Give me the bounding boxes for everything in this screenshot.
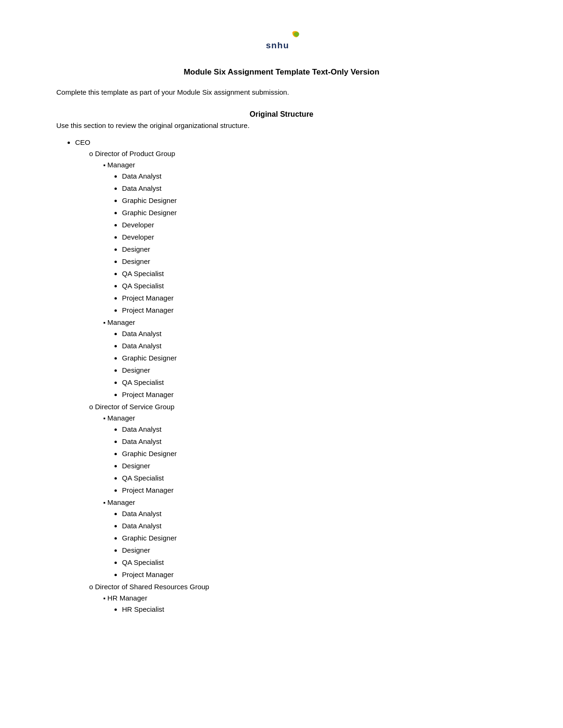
logo-container: snhu [263, 28, 300, 56]
manager-label-1-1: Manager [107, 498, 135, 506]
role-item-0-1-4: QA Specialist [122, 377, 507, 388]
org-tree: CEO Director of Product GroupManagerData… [66, 137, 507, 615]
director-item-1: Director of Service GroupManagerData Ana… [89, 401, 507, 580]
role-item-1-1-0: Data Analyst [122, 508, 507, 519]
manager-label-2-0: HR Manager [107, 594, 147, 602]
director-item-2: Director of Shared Resources GroupHR Man… [89, 581, 507, 615]
role-item-0-0-11: Project Manager [122, 305, 507, 316]
manager-item-1-0: ManagerData AnalystData AnalystGraphic D… [103, 413, 507, 496]
role-item-1-1-2: Graphic Designer [122, 533, 507, 544]
ceo-label: CEO [75, 138, 91, 146]
svg-text:snhu: snhu [266, 40, 289, 50]
role-item-1-0-3: Designer [122, 460, 507, 472]
role-item-0-1-3: Designer [122, 365, 507, 376]
role-item-0-1-1: Data Analyst [122, 340, 507, 352]
director-label-1: Director of Service Group [95, 403, 175, 411]
director-item-0: Director of Product GroupManagerData Ana… [89, 148, 507, 400]
original-structure-description: Use this section to review the original … [56, 121, 507, 129]
intro-text: Complete this template as part of your M… [56, 88, 507, 96]
manager-label-0-1: Manager [107, 318, 135, 326]
role-item-1-0-5: Project Manager [122, 485, 507, 496]
director-label-2: Director of Shared Resources Group [95, 583, 209, 591]
role-item-0-1-2: Graphic Designer [122, 353, 507, 364]
role-item-0-0-9: QA Specialist [122, 280, 507, 292]
snhu-logo-icon: snhu [263, 28, 300, 56]
manager-item-0-1: ManagerData AnalystData AnalystGraphic D… [103, 317, 507, 400]
manager-label-1-0: Manager [107, 414, 135, 422]
role-item-1-1-1: Data Analyst [122, 520, 507, 532]
role-item-1-0-4: QA Specialist [122, 473, 507, 484]
manager-label-0-0: Manager [107, 161, 135, 169]
role-item-0-1-0: Data Analyst [122, 328, 507, 339]
role-item-0-0-6: Designer [122, 244, 507, 255]
manager-item-1-1: ManagerData AnalystData AnalystGraphic D… [103, 497, 507, 580]
role-item-0-0-0: Data Analyst [122, 171, 507, 182]
role-item-1-0-2: Graphic Designer [122, 448, 507, 459]
original-structure-title: Original Structure [56, 110, 507, 119]
role-item-0-0-1: Data Analyst [122, 183, 507, 194]
manager-item-2-0: HR ManagerHR Specialist [103, 593, 507, 615]
role-item-0-0-10: Project Manager [122, 293, 507, 304]
role-item-0-0-8: QA Specialist [122, 268, 507, 279]
role-item-1-0-0: Data Analyst [122, 424, 507, 435]
role-item-0-0-7: Designer [122, 256, 507, 267]
role-item-1-0-1: Data Analyst [122, 436, 507, 447]
page-title: Module Six Assignment Template Text-Only… [56, 68, 507, 77]
director-label-0: Director of Product Group [95, 150, 175, 158]
role-item-1-1-5: Project Manager [122, 569, 507, 580]
manager-item-0-0: ManagerData AnalystData AnalystGraphic D… [103, 159, 507, 316]
role-item-0-1-5: Project Manager [122, 389, 507, 400]
role-item-0-0-3: Graphic Designer [122, 207, 507, 218]
header: snhu [56, 28, 507, 56]
role-item-2-0-0: HR Specialist [122, 604, 507, 615]
role-item-1-1-4: QA Specialist [122, 557, 507, 568]
role-item-0-0-4: Developer [122, 219, 507, 231]
role-item-1-1-3: Designer [122, 545, 507, 556]
role-item-0-0-2: Graphic Designer [122, 195, 507, 206]
ceo-item: CEO Director of Product GroupManagerData… [75, 137, 507, 615]
role-item-0-0-5: Developer [122, 232, 507, 243]
